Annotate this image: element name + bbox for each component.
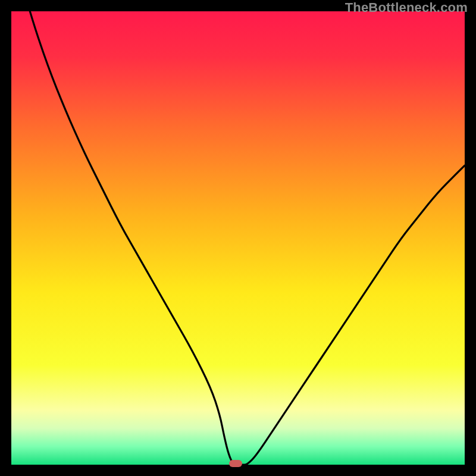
sweet-spot-marker (229, 460, 242, 467)
chart-stage: TheBottleneck.com (0, 0, 476, 476)
gradient-background (11, 11, 465, 465)
plot-area (11, 11, 465, 465)
watermark-text: TheBottleneck.com (345, 0, 468, 15)
